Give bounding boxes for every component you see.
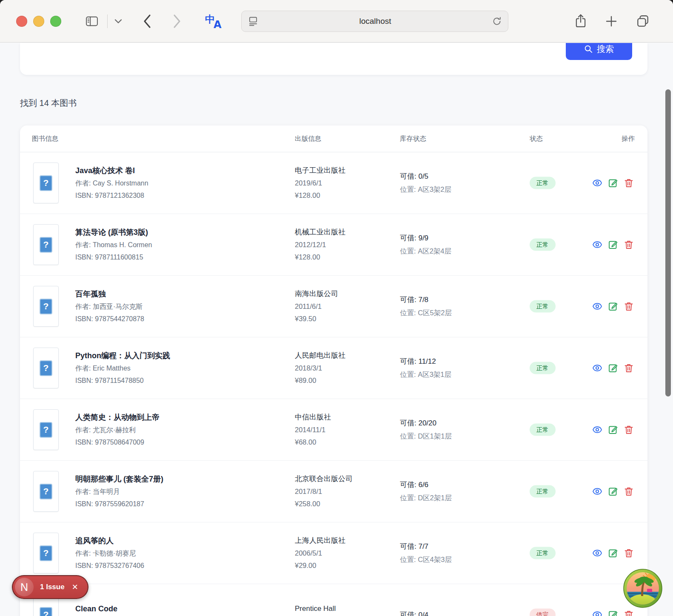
book-cover-placeholder: ? [33,224,59,265]
broken-image-icon: ? [40,237,52,253]
shelf-location: 位置: A区3架2层 [400,183,451,196]
tab-overview-icon[interactable] [636,14,650,29]
book-isbn: ISBN: 9787532767406 [75,559,144,572]
close-window-button[interactable] [16,16,27,27]
view-button[interactable] [592,548,602,558]
available-count: 可借: 0/5 [400,170,451,183]
view-button[interactable] [592,301,602,311]
search-button-label: 搜索 [597,43,614,55]
publisher-name: Prentice Hall [295,602,336,615]
view-button[interactable] [592,486,602,496]
book-isbn: ISBN: 9787121362308 [75,189,148,202]
header-stock-status: 库存状态 [400,134,426,143]
search-button[interactable]: 搜索 [566,43,632,60]
issue-count-label: 1 Issue [40,583,65,591]
delete-button[interactable] [624,363,634,373]
publish-date: 2019/6/1 [295,177,345,189]
status-cell: 正常 [515,547,570,559]
edit-button[interactable] [608,548,618,558]
delete-button[interactable] [624,301,634,311]
edit-button[interactable] [608,301,618,311]
edit-button[interactable] [608,610,618,616]
row-actions [592,240,634,250]
status-cell: 正常 [515,300,570,313]
dismiss-issues-icon[interactable]: ✕ [71,582,79,592]
publish-info-cell: 上海人民出版社 2006/5/1 ¥29.00 [295,534,345,572]
edit-button[interactable] [608,425,618,435]
vertical-scrollbar[interactable] [665,89,671,396]
share-icon[interactable] [574,14,587,29]
edit-button[interactable] [608,363,618,373]
book-price: ¥128.00 [295,189,345,202]
view-button[interactable] [592,425,602,435]
status-cell: 借完 [515,609,570,616]
translate-icon[interactable]: 中A [205,13,222,30]
book-title: 算法导论 (原书第3版) [75,226,152,239]
publish-info-cell: 中信出版社 2014/11/1 ¥68.00 [295,411,331,448]
address-bar[interactable]: localhost [241,11,508,32]
delete-button[interactable] [624,240,634,250]
view-button[interactable] [592,363,602,373]
row-actions [592,548,634,558]
publisher-name: 机械工业出版社 [295,226,345,239]
available-count: 可借: 20/20 [400,416,452,430]
sidebar-chevron-icon[interactable] [114,19,122,24]
reload-icon[interactable] [492,16,502,26]
book-title: 人类简史：从动物到上帝 [75,411,160,424]
delete-button[interactable] [624,486,634,496]
book-title: Python编程：从入门到实践 [75,349,170,362]
table-row: ? Java核心技术 卷I 作者: Cay S. Horstmann ISBN:… [20,152,647,214]
palm-island-app-icon[interactable] [623,569,662,608]
broken-image-icon: ? [40,360,52,376]
search-panel-card: 搜索 [20,43,647,75]
url-text[interactable]: localhost [259,17,492,26]
edit-button[interactable] [608,240,618,250]
dev-issues-pill[interactable]: N 1 Issue ✕ [12,575,88,599]
stock-cell: 可借: 0/5 位置: A区3架2层 [400,170,451,196]
book-price: ¥89.00 [295,374,345,387]
page-format-icon[interactable] [248,16,259,27]
delete-button[interactable] [624,548,634,558]
header-actions: 操作 [622,134,635,143]
available-count: 可借: 6/6 [400,478,452,491]
delete-button[interactable] [624,610,634,616]
stock-cell: 可借: 6/6 位置: D区2架1层 [400,478,452,505]
header-publish-info: 出版信息 [295,134,321,143]
view-button[interactable] [592,610,602,616]
available-count: 可借: 9/9 [400,231,451,245]
book-author: 作者: 当年明月 [75,485,163,498]
broken-image-icon: ? [40,484,52,499]
book-price: ¥39.50 [295,313,338,325]
table-row: ? 追风筝的人 作者: 卡勒德·胡赛尼 ISBN: 9787532767406 … [20,522,647,584]
publish-date: 2012/12/1 [295,239,345,251]
book-price: ¥258.00 [295,498,353,510]
book-info-cell: 百年孤独 作者: 加西亚·马尔克斯 ISBN: 9787544270878 [75,288,144,325]
zoom-window-button[interactable] [50,16,61,27]
book-info-cell: Clean Code 作者: Robert C. Martin [75,602,143,616]
row-actions [592,486,634,496]
book-author: 作者: 加西亚·马尔克斯 [75,300,144,313]
available-count: 可借: 0/4 [400,608,428,616]
book-info-cell: 算法导论 (原书第3版) 作者: Thomas H. Cormen ISBN: … [75,226,152,263]
sidebar-toggle-icon[interactable] [85,15,99,27]
stock-cell: 可借: 0/4 [400,608,428,616]
view-button[interactable] [592,178,602,188]
publisher-name: 南海出版公司 [295,288,338,300]
delete-button[interactable] [624,178,634,188]
book-info-cell: 追风筝的人 作者: 卡勒德·胡赛尼 ISBN: 9787532767406 [75,534,144,572]
publisher-name: 北京联合出版公司 [295,473,353,485]
book-info-cell: 明朝那些事儿 (套装全7册) 作者: 当年明月 ISBN: 9787559620… [75,473,163,510]
minimize-window-button[interactable] [33,16,44,27]
shelf-location: 位置: C区4架3层 [400,553,452,566]
new-tab-icon[interactable] [605,15,618,28]
edit-button[interactable] [608,178,618,188]
book-title: Java核心技术 卷I [75,164,148,177]
publish-date: 2018/3/1 [295,362,345,374]
back-button[interactable] [143,14,152,29]
edit-button[interactable] [608,486,618,496]
broken-image-icon: ? [40,175,52,191]
delete-button[interactable] [624,425,634,435]
forward-button[interactable] [172,14,182,29]
view-button[interactable] [592,240,602,250]
publisher-name: 人民邮电出版社 [295,349,345,362]
